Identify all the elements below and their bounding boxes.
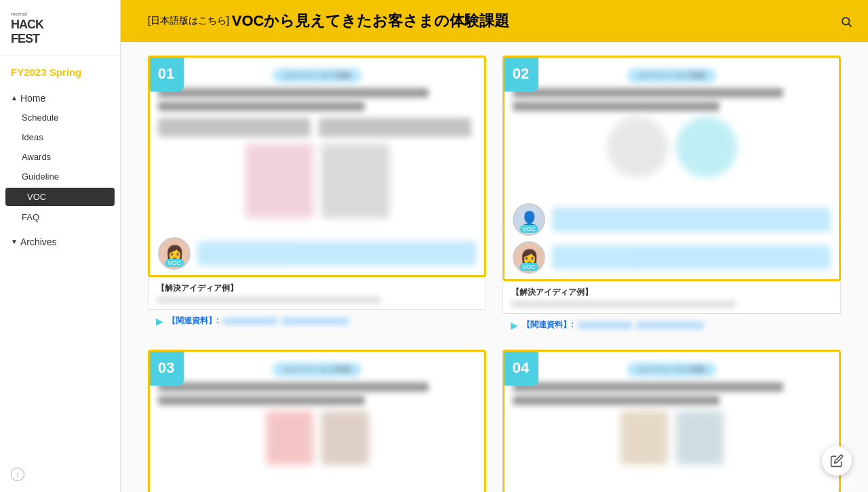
- card-02-images: [513, 117, 831, 184]
- card-wrapper-01: 01 カテゴリータグ情報: [148, 56, 486, 333]
- logo: mental HACKFEST: [11, 11, 109, 47]
- logo-area: mental HACKFEST: [0, 0, 120, 56]
- card-wrapper-03: 03 カテゴリータグ情報: [148, 350, 486, 492]
- sidebar-item-guideline[interactable]: Guideline: [0, 167, 120, 186]
- card-01-footer: 【解決アイディア例】: [148, 277, 486, 310]
- card-01-related-arrow: ▶: [156, 316, 163, 327]
- card-02-title-1: [513, 88, 783, 98]
- sidebar-footer: i: [11, 468, 24, 481]
- card-01-related-blurred-2: [281, 318, 349, 325]
- logo-mental: mental: [11, 11, 109, 18]
- card-04-img-1: [620, 411, 668, 465]
- card-02-voc-row-2: 👩 VOC: [513, 241, 831, 274]
- banner-title: VOCから見えてきたお客さまの体験課題: [232, 11, 510, 31]
- card-02-voc-text-2: [552, 245, 831, 270]
- card-02-related-row: ▶ 【関連資料】:: [502, 314, 841, 333]
- card-02-solution-blurred: [511, 301, 736, 308]
- card-01: 01 カテゴリータグ情報: [148, 56, 486, 277]
- card-02-related-blurred-1: [578, 322, 632, 329]
- sidebar-item-awards[interactable]: Awards: [0, 147, 120, 167]
- sidebar-item-faq[interactable]: FAQ: [0, 207, 120, 227]
- nav-archives-label: Archives: [20, 237, 57, 247]
- card-number-01: 01: [149, 56, 184, 91]
- card-01-images: [158, 144, 476, 218]
- card-02-tag-row: カテゴリータグ情報: [513, 68, 831, 83]
- card-02-voc-label-1: VOC: [519, 225, 538, 233]
- card-04-tag: カテゴリータグ情報: [627, 363, 716, 377]
- svg-line-1: [848, 24, 851, 26]
- card-01-img-2: [321, 144, 389, 218]
- sidebar-item-voc[interactable]: VOC: [5, 188, 115, 206]
- card-number-04: 04: [503, 350, 538, 386]
- card-02-related-tag[interactable]: 【関連資料】:: [522, 319, 574, 331]
- sidebar-item-schedule[interactable]: Schedule: [0, 108, 120, 127]
- card-03: 03 カテゴリータグ情報: [148, 350, 486, 492]
- card-01-tag-row: カテゴリータグ情報: [158, 68, 476, 83]
- card-03-title-2: [158, 396, 365, 405]
- card-wrapper-04: 04 カテゴリータグ情報: [502, 350, 841, 492]
- card-02-inner: カテゴリータグ情報: [505, 58, 839, 198]
- card-04: 04 カテゴリータグ情報: [502, 350, 841, 492]
- card-01-avatar-1: 👩 VOC: [158, 237, 191, 270]
- nav-section: ▲ Home Schedule Ideas Awards Guideline V…: [0, 83, 120, 257]
- card-02-related-blurred-2: [636, 322, 704, 329]
- card-04-title-1: [513, 382, 783, 392]
- card-03-images: [158, 411, 476, 478]
- card-03-img-2: [321, 411, 369, 465]
- card-02: 02 カテゴリータグ情報: [502, 56, 841, 281]
- card-02-solution-label: 【解決アイディア例】: [511, 287, 832, 298]
- content-area: 01 カテゴリータグ情報: [121, 42, 868, 492]
- card-01-tag: カテゴリータグ情報: [273, 68, 361, 83]
- card-03-tag-row: カテゴリータグ情報: [158, 363, 476, 377]
- card-01-title-1: [158, 88, 429, 98]
- main-content: [日本語版はこちら] VOCから見えてきたお客さまの体験課題 01 カテゴリータ…: [121, 0, 868, 492]
- card-02-img-1: [607, 117, 668, 178]
- card-01-solution-label: 【解決アイディア例】: [157, 283, 477, 294]
- nav-home-group[interactable]: ▲ Home: [0, 89, 120, 108]
- chevron-down-icon: ▼: [11, 238, 18, 245]
- search-button[interactable]: [835, 11, 857, 33]
- card-02-footer: 【解決アイディア例】: [502, 281, 841, 314]
- card-02-voc-row-1: 👤 VOC: [513, 203, 831, 236]
- card-02-voc-section: 👤 VOC 👩 VOC: [505, 198, 839, 279]
- fab-edit-button[interactable]: [822, 446, 852, 476]
- card-02-avatar-2: 👩 VOC: [513, 241, 545, 274]
- card-01-related-tag[interactable]: 【関連資料】:: [167, 315, 219, 327]
- card-01-related-blurred-1: [223, 318, 277, 325]
- card-04-images: [513, 411, 831, 478]
- banner-prefix: [日本語版はこちら]: [148, 15, 229, 27]
- sidebar-item-ideas[interactable]: Ideas: [0, 127, 120, 147]
- pencil-icon: [830, 454, 844, 468]
- card-04-img-2: [676, 411, 724, 465]
- top-banner: [日本語版はこちら] VOCから見えてきたお客さまの体験課題: [121, 0, 868, 42]
- info-icon[interactable]: i: [11, 468, 24, 481]
- nav-home-label: Home: [20, 93, 45, 104]
- season-label: FY2023 Spring: [0, 56, 120, 83]
- card-04-inner: カテゴリータグ情報: [505, 352, 839, 492]
- card-01-title-2: [158, 102, 365, 111]
- card-02-tag: カテゴリータグ情報: [627, 68, 716, 83]
- card-01-voc-section: 👩 VOC: [150, 232, 484, 275]
- logo-hackfest: HACKFEST: [11, 18, 43, 47]
- card-03-tag: カテゴリータグ情報: [273, 363, 361, 377]
- svg-point-0: [842, 18, 850, 25]
- cards-grid: 01 カテゴリータグ情報: [148, 56, 841, 492]
- card-04-title-2: [513, 396, 719, 405]
- card-03-img-1: [266, 411, 313, 465]
- card-01-related-row: ▶ 【関連資料】:: [148, 310, 486, 329]
- card-01-tags-row: [158, 118, 476, 137]
- card-01-tag-blurred-1: [158, 118, 311, 137]
- card-number-03: 03: [149, 350, 184, 386]
- card-02-voc-label-2: VOC: [519, 263, 538, 271]
- card-04-tag-row: カテゴリータグ情報: [513, 363, 831, 377]
- card-02-img-2: [676, 117, 737, 178]
- card-02-related-arrow: ▶: [511, 320, 518, 331]
- sidebar: mental HACKFEST FY2023 Spring ▲ Home Sch…: [0, 0, 121, 492]
- card-01-inner: カテゴリータグ情報: [150, 58, 484, 232]
- card-01-solution-blurred: [157, 297, 381, 304]
- card-wrapper-02: 02 カテゴリータグ情報: [502, 56, 841, 333]
- card-02-avatar-1: 👤 VOC: [513, 203, 545, 236]
- nav-archives-group[interactable]: ▼ Archives: [0, 232, 120, 251]
- card-01-tag-blurred-2: [319, 118, 471, 137]
- card-01-img-1: [245, 144, 313, 218]
